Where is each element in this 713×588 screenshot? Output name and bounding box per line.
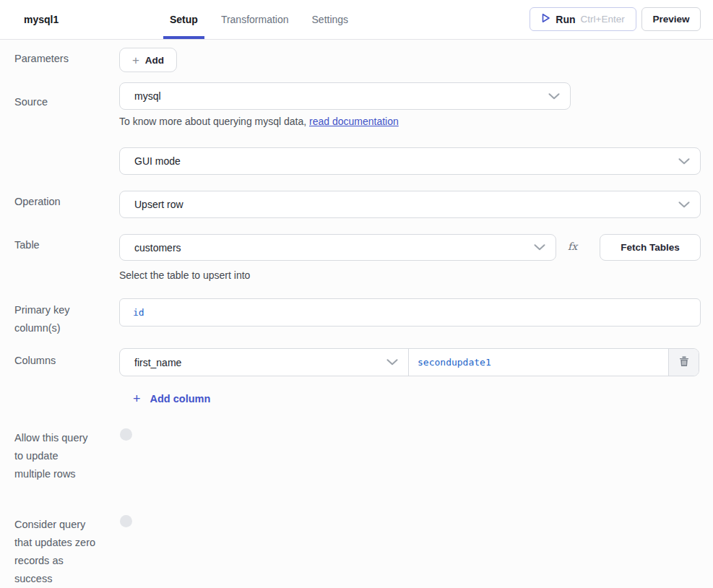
chevron-down-icon xyxy=(678,158,690,165)
chevron-down-icon xyxy=(386,359,398,366)
column-name-select[interactable]: first_name xyxy=(120,349,409,376)
tab-settings[interactable]: Settings xyxy=(306,0,355,39)
read-documentation-link[interactable]: read documentation xyxy=(309,116,399,127)
table-select[interactable]: customers xyxy=(119,234,556,261)
column-value-text: secondupdate1 xyxy=(418,357,491,368)
tab-bar: Setup Transformation Settings xyxy=(163,0,355,39)
datasource-select-value: mysql xyxy=(134,90,161,102)
preview-button-label: Preview xyxy=(652,14,689,25)
operation-select-value: Upsert row xyxy=(134,199,183,210)
plus-icon: + xyxy=(132,54,139,66)
query-header: mysql1 Setup Transformation Settings Run… xyxy=(0,0,713,40)
columns-label: Columns xyxy=(14,352,56,370)
chevron-down-icon xyxy=(534,244,545,251)
table-select-value: customers xyxy=(134,242,181,254)
primary-key-value: id xyxy=(133,307,144,318)
fetch-tables-label: Fetch Tables xyxy=(621,242,680,253)
toggle-zero-records-success[interactable] xyxy=(120,515,132,527)
add-parameter-button[interactable]: + Add xyxy=(119,48,177,72)
toggle-zero-records-label: Consider query that updates zero records… xyxy=(14,516,103,588)
toggle-multiple-rows-label: Allow this query to update multiple rows xyxy=(14,429,88,483)
chevron-down-icon xyxy=(678,202,690,208)
run-shortcut: Ctrl+Enter xyxy=(581,14,625,25)
play-icon xyxy=(541,13,550,25)
run-button-label: Run xyxy=(556,14,575,25)
query-title: mysql1 xyxy=(24,0,59,39)
table-helper-text: Select the table to upsert into xyxy=(119,269,250,281)
tab-transformation[interactable]: Transformation xyxy=(215,0,295,39)
toggle-multiple-rows[interactable] xyxy=(120,428,132,441)
parameters-label: Parameters xyxy=(14,50,69,68)
column-row: first_name secondupdate1 xyxy=(119,348,699,376)
source-helper-prefix: To know more about querying mysql data, xyxy=(119,116,309,127)
column-value-input[interactable]: secondupdate1 xyxy=(409,349,669,376)
primary-key-label: Primary key column(s) xyxy=(14,301,87,337)
tab-setup[interactable]: Setup xyxy=(163,0,204,39)
add-column-button[interactable]: + Add column xyxy=(133,392,210,405)
source-label: Source xyxy=(14,93,48,111)
mode-select[interactable]: GUI mode xyxy=(119,147,701,175)
add-parameter-label: Add xyxy=(145,55,164,66)
delete-column-button[interactable] xyxy=(669,349,699,376)
add-column-label: Add column xyxy=(150,393,211,405)
fx-toggle-icon[interactable]: fx xyxy=(568,241,577,252)
operation-label: Operation xyxy=(14,193,61,211)
column-name-value: first_name xyxy=(134,357,181,368)
run-button[interactable]: Run Ctrl+Enter xyxy=(530,7,636,31)
trash-icon xyxy=(679,355,689,369)
chevron-down-icon xyxy=(548,93,560,100)
fetch-tables-button[interactable]: Fetch Tables xyxy=(600,234,701,261)
mode-select-value: GUI mode xyxy=(134,155,181,167)
table-label: Table xyxy=(14,236,40,254)
source-helper-text: To know more about querying mysql data, … xyxy=(119,116,399,127)
preview-button[interactable]: Preview xyxy=(641,7,701,31)
plus-icon: + xyxy=(133,392,141,405)
primary-key-input[interactable]: id xyxy=(119,298,701,327)
datasource-select[interactable]: mysql xyxy=(119,82,571,110)
operation-select[interactable]: Upsert row xyxy=(119,191,701,218)
